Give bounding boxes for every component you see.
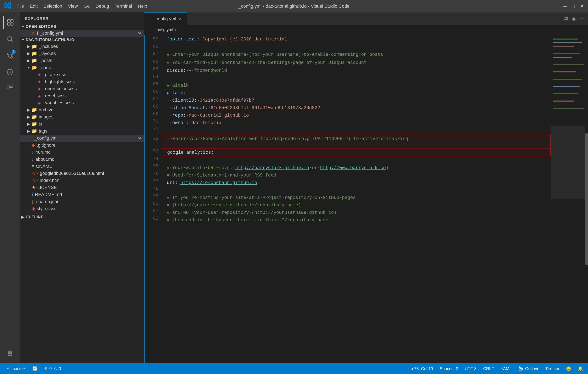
file-icon-open-color-scss: ◈ <box>37 86 41 91</box>
statusbar-encoding[interactable]: UTF-8 <box>465 366 477 371</box>
includes-label: _includes <box>39 44 144 49</box>
tab-config-yml[interactable]: ! _config.yml ✕ <box>144 12 187 25</box>
statusbar-errors[interactable]: ⊗ 0 ⚠ 0 <box>44 366 61 371</box>
sidebar-item-license[interactable]: ★ LICENSE <box>20 184 144 191</box>
sidebar-item-highlights-scss[interactable]: ◈ _highlights.scss <box>20 78 144 85</box>
svg-line-5 <box>11 40 13 42</box>
file-icon-yml-open: ! <box>37 31 38 36</box>
menu-edit[interactable]: Edit <box>30 3 38 9</box>
close-button[interactable]: ✕ <box>580 3 584 9</box>
menu-debug[interactable]: Debug <box>96 3 109 9</box>
statusbar-language[interactable]: YAML <box>501 366 512 371</box>
file-icon-variables-scss: ◈ <box>37 100 41 106</box>
statusbar-prettier[interactable]: Prettier <box>546 366 559 371</box>
menu-file[interactable]: File <box>17 3 24 9</box>
menu-go[interactable]: Go <box>84 3 90 9</box>
sidebar-item-posts[interactable]: ▶ 📁 _posts <box>20 57 144 64</box>
svg-rect-24 <box>553 108 584 109</box>
sidebar-item-layouts[interactable]: ▶ 📁 _layouts <box>20 50 144 57</box>
sidebar-item-gitignore[interactable]: ◆ .gitignore <box>20 142 144 149</box>
minimize-button[interactable]: ─ <box>563 3 567 9</box>
breadcrumb: ! _config.yml › ... <box>144 25 588 35</box>
sidebar-item-google-html[interactable]: </> googledb06e025310e016e.html <box>20 170 144 177</box>
sidebar-item-js[interactable]: ▶ 📁 js <box>20 120 144 128</box>
code-editor[interactable]: footer-text:·Copyright·(c)·2020·dac-tuto… <box>162 35 551 363</box>
sass-arrow: ▾ <box>26 65 32 70</box>
open-editor-filename: _config.yml <box>40 31 138 36</box>
activity-search[interactable] <box>3 32 17 46</box>
split-editor-icon[interactable]: ⧉ <box>564 15 568 22</box>
sidebar-item-variables-scss[interactable]: ◈ _variables.scss <box>20 99 144 107</box>
sidebar-item-search-json[interactable]: {} search.json <box>20 198 144 205</box>
line-numbers: 59 60 61 62 63 64 65 66 67 68 69 70 71 7… <box>145 35 162 363</box>
menu-terminal[interactable]: Terminal <box>115 3 132 9</box>
project-arrow: ▾ <box>20 38 26 42</box>
sidebar-item-gitalk-scss[interactable]: ◈ _gitalk.scss <box>20 71 144 78</box>
code-line-71 <box>162 127 551 134</box>
gitalk-scss-label: _gitalk.scss <box>42 72 144 77</box>
statusbar-notifications[interactable]: 🔔 <box>578 366 583 371</box>
highlights-scss-label: _highlights.scss <box>42 79 144 85</box>
tab-close-button[interactable]: ✕ <box>178 16 182 21</box>
statusbar-golive[interactable]: 📡 Go Live <box>518 366 539 371</box>
js-label: js <box>39 121 144 127</box>
sidebar-item-config-yml[interactable]: ! _config.yml M <box>20 135 144 142</box>
close-icon[interactable]: ✕ <box>32 31 35 36</box>
statusbar-spaces[interactable]: Spaces: 2 <box>440 366 458 371</box>
outline-section[interactable]: ▶ OUTLINE <box>20 214 144 220</box>
svg-rect-15 <box>553 46 574 47</box>
breadcrumb-path[interactable]: ... <box>178 27 181 32</box>
file-icon-google-html: </> <box>32 171 38 176</box>
toggle-panel-icon[interactable]: ▣ <box>571 15 577 22</box>
statusbar-feedback[interactable]: 😊 <box>566 366 571 371</box>
sidebar-item-index-html[interactable]: </> index.html <box>20 177 144 184</box>
project-root[interactable]: ▾ DAC-TUTORIAL.GITHUB.IO <box>20 37 144 43</box>
sidebar-item-archive[interactable]: ▶ 📁 archive <box>20 107 144 113</box>
sidebar: EXPLORER ▾ OPEN EDITORS ✕ ! _config.yml … <box>20 12 144 363</box>
sidebar-item-about[interactable]: ↓ about.md <box>20 156 144 163</box>
file-icon-license: ★ <box>32 185 36 190</box>
sidebar-item-includes[interactable]: ▶ 📁 _includes <box>20 43 144 50</box>
file-icon-cname: ≡ <box>32 164 34 169</box>
sidebar-item-images[interactable]: ▶ 📁 images <box>20 113 144 120</box>
code-line-72: #·Enter·your·Google·Analytics·web·tracki… <box>162 134 551 149</box>
sidebar-item-tags[interactable]: ▶ 📁 tags <box>20 128 144 135</box>
activity-source-control[interactable]: 1 <box>3 49 17 62</box>
maximize-button[interactable]: □ <box>572 3 575 9</box>
menu-selection[interactable]: Selection <box>43 3 62 9</box>
token-key-footer: footer-text <box>167 36 197 43</box>
svg-rect-3 <box>10 23 13 25</box>
svg-point-4 <box>8 37 12 41</box>
line-num-80: 80 <box>145 200 158 207</box>
activity-explorer[interactable] <box>3 16 17 29</box>
svg-rect-22 <box>553 93 578 94</box>
open-editor-config[interactable]: ✕ ! _config.yml M <box>20 30 144 37</box>
breadcrumb-filename[interactable]: _config.yml <box>152 27 173 32</box>
sidebar-item-404[interactable]: ↓ 404.md <box>20 149 144 156</box>
activity-debug[interactable] <box>3 65 17 79</box>
sidebar-item-open-color-scss[interactable]: ◈ _open-color.scss <box>20 85 144 92</box>
statusbar-cursor[interactable]: Ln 73, Col 19 <box>408 366 433 371</box>
activity-settings[interactable] <box>3 347 17 360</box>
token-comment-62: #·You·can·find·your·shortname·on·the·Set… <box>167 59 367 66</box>
sidebar-item-style-scss[interactable]: ◈ style.scss <box>20 205 144 212</box>
statusbar-branch[interactable]: ⎇ master* <box>5 366 26 371</box>
statusbar-sync[interactable]: 🔄 <box>32 366 38 371</box>
spaces-label: Spaces: 2 <box>440 366 458 371</box>
activity-extensions[interactable] <box>3 82 17 96</box>
code-line-70: ··owner:·dac-tutorial <box>162 119 551 127</box>
sidebar-item-sass[interactable]: ▾ 📂 _sass <box>20 64 144 71</box>
open-editors-section[interactable]: ▾ OPEN EDITORS <box>20 23 144 30</box>
line-num-70: 70 <box>145 118 158 125</box>
open-editors-label: OPEN EDITORS <box>26 24 144 29</box>
svg-rect-21 <box>553 86 580 87</box>
statusbar-eol[interactable]: CRLF <box>483 366 494 371</box>
layouts-label: _layouts <box>39 51 144 56</box>
sidebar-item-cname[interactable]: ≡ CNAME <box>20 163 144 170</box>
more-actions-icon[interactable]: ··· <box>580 15 585 22</box>
menu-view[interactable]: View <box>68 3 78 9</box>
svg-rect-20 <box>553 79 582 80</box>
menu-help[interactable]: Help <box>138 3 147 9</box>
sidebar-item-reset-scss[interactable]: ◈ _reset.scss <box>20 92 144 99</box>
sidebar-item-readme[interactable]: ℹ README.md <box>20 191 144 198</box>
